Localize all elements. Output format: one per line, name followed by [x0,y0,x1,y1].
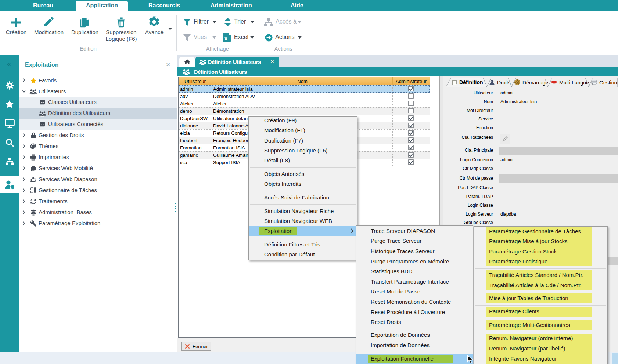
svg-text:x: x [224,36,227,42]
